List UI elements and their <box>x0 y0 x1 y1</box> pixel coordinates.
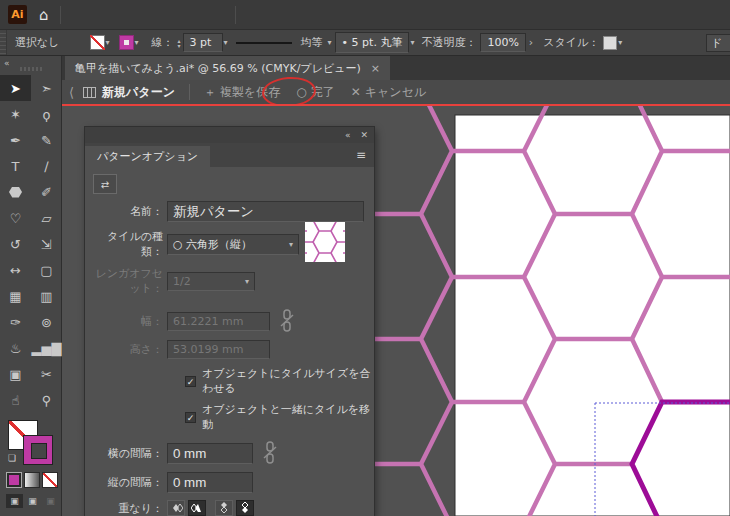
overlap-left-front-button[interactable] <box>167 500 185 516</box>
type-tool[interactable]: T <box>0 153 31 179</box>
exit-pattern-mode-icon[interactable]: ⟨ <box>69 85 74 100</box>
gradient-button[interactable] <box>24 472 40 488</box>
tile-type-row: タイルの種類： ○ 六角形（縦） ▾ <box>85 229 374 259</box>
magic-wand-tool[interactable]: ✶ <box>0 101 31 127</box>
chevron-down-icon[interactable]: ▾ <box>106 38 110 47</box>
opacity-value[interactable]: 100% <box>480 33 525 52</box>
style-swatch[interactable] <box>603 36 617 50</box>
artboard-tool[interactable]: ▣ <box>0 361 31 387</box>
draw-normal-button[interactable]: ▣ <box>6 494 23 508</box>
gradient-tool[interactable]: ▥ <box>31 283 62 309</box>
graph-tool[interactable]: ▂▅▇ <box>31 335 62 361</box>
eyedropper-tool[interactable]: ✑ <box>0 309 31 335</box>
overlap-top-front-button[interactable] <box>215 500 233 516</box>
pen-tool[interactable]: ✒ <box>0 127 31 153</box>
none-button[interactable] <box>42 472 58 488</box>
tab-pattern-options[interactable]: パターンオプション <box>85 146 210 167</box>
pattern-tile-tool-button[interactable]: ⇄ <box>93 174 117 194</box>
fill-stroke-indicator: ❏ <box>8 420 54 466</box>
app-icon[interactable]: Ai <box>8 5 27 24</box>
checkbox[interactable]: ✓ <box>185 376 196 387</box>
brush-definition[interactable]: • 5 pt. 丸筆 <box>335 32 410 53</box>
selection-status: 選択なし <box>15 35 60 50</box>
line-segment-tool[interactable]: ∕ <box>31 153 62 179</box>
slice-tool[interactable]: ✂ <box>31 361 62 387</box>
done-button[interactable]: ○ 完了 <box>296 84 334 101</box>
save-copy-button[interactable]: ＋ 複製を保存 <box>204 84 280 101</box>
fill-none-swatch[interactable] <box>90 35 105 50</box>
stroke-weight-value[interactable]: 3 pt <box>183 33 223 52</box>
paintbrush-tool[interactable]: ✐ <box>31 179 62 205</box>
draw-behind-button[interactable]: ▣ <box>24 494 41 508</box>
brick-offset-label: レンガオフセット： <box>85 266 163 296</box>
width-tool[interactable]: ↔ <box>0 257 31 283</box>
stroke-swatch[interactable] <box>119 35 134 50</box>
unlink-dimensions-icon[interactable] <box>280 309 294 333</box>
tool-icon: ▂▅▇ <box>32 341 62 356</box>
tile-type-select[interactable]: ○ 六角形（縦） ▾ <box>167 234 299 255</box>
eraser-tool[interactable]: ▱ <box>31 205 62 231</box>
tool-icon: ⊚ <box>41 315 52 330</box>
panel-menu-icon[interactable]: ≡ <box>356 148 366 162</box>
hand-tool[interactable]: ☝ <box>0 387 31 413</box>
opacity-expand-icon[interactable]: › <box>529 36 533 49</box>
free-transform-tool[interactable]: ▢ <box>31 257 62 283</box>
h-spacing-row: 横の間隔： <box>85 441 374 465</box>
tool-icon: ➣ <box>41 81 52 96</box>
chevron-down-icon[interactable]: ▾ <box>328 38 332 47</box>
chevron-down-icon[interactable]: ▾ <box>618 38 622 47</box>
tool-icon: ▥ <box>40 289 52 304</box>
panel-grip[interactable] <box>0 30 7 55</box>
h-spacing-input[interactable] <box>167 443 253 464</box>
fill-color-control[interactable]: ▾ <box>90 35 113 50</box>
draw-inside-button[interactable]: ▣ <box>42 494 59 508</box>
collapse-panel-icon[interactable]: « <box>345 130 351 140</box>
lasso-tool[interactable]: ϙ <box>31 101 62 127</box>
drawing-mode-buttons: ▣ ▣ ▣ <box>6 494 59 508</box>
blend-tool[interactable]: ⊚ <box>31 309 62 335</box>
tool-icon: ϙ <box>43 107 51 122</box>
document-setup-button[interactable]: ド <box>706 34 730 52</box>
chevron-down-icon[interactable]: ▾ <box>135 38 139 47</box>
document-tab[interactable]: 亀甲を描いてみよう.ai* @ 56.69 % (CMYK/プレビュー) × <box>65 56 390 80</box>
move-tile-checkbox-row[interactable]: ✓ オブジェクトと一緒にタイルを移動 <box>185 402 374 432</box>
pattern-name-input[interactable] <box>167 201 364 222</box>
tool-icon: ☝ <box>12 393 20 408</box>
rotate-tool[interactable]: ↺ <box>0 231 31 257</box>
checkbox[interactable]: ✓ <box>185 412 196 423</box>
toolbar-grip[interactable] <box>20 67 42 71</box>
collapse-toolbar-icon[interactable]: « <box>4 58 9 68</box>
symbol-sprayer-tool[interactable]: ♨ <box>0 335 31 361</box>
pattern-name: 新規パターン <box>102 84 175 101</box>
unlink-spacing-icon[interactable] <box>263 441 277 465</box>
fit-tile-checkbox-row[interactable]: ✓ オブジェクトにタイルサイズを合わせる <box>185 366 374 396</box>
stroke-color-control[interactable]: ▾ <box>119 35 142 50</box>
chevron-down-icon[interactable]: ▾ <box>224 38 228 47</box>
direct-selection-tool[interactable]: ➣ <box>31 75 62 101</box>
color-button[interactable] <box>6 472 22 488</box>
tool-icon: ⇲ <box>41 237 52 252</box>
scale-tool[interactable]: ⇲ <box>31 231 62 257</box>
mesh-tool[interactable]: ▦ <box>0 283 31 309</box>
document-tab-strip: 亀甲を描いてみよう.ai* @ 56.69 % (CMYK/プレビュー) × <box>62 56 730 80</box>
tool-icon: ✎ <box>41 133 52 148</box>
home-icon[interactable]: ⌂ <box>39 6 49 24</box>
stroke-indicator-magenta[interactable] <box>23 435 53 465</box>
cancel-button[interactable]: ✕ キャンセル <box>351 84 426 101</box>
selection-tool[interactable]: ➤ <box>0 75 31 101</box>
color-mode-buttons <box>6 472 58 488</box>
variable-width-value[interactable]: 均等 <box>301 35 323 50</box>
close-panel-icon[interactable]: ✕ <box>360 130 368 140</box>
shaper-tool[interactable]: ♡ <box>0 205 31 231</box>
close-tab-icon[interactable]: × <box>371 62 380 75</box>
overlap-bottom-front-button[interactable] <box>236 500 254 516</box>
chevron-down-icon: ▾ <box>245 277 249 286</box>
default-fill-stroke-icon[interactable]: ❏ <box>8 453 16 463</box>
curvature-tool[interactable]: ✎ <box>31 127 62 153</box>
v-spacing-input[interactable] <box>167 472 253 493</box>
stroke-weight-stepper[interactable]: ▴▾ <box>178 38 181 48</box>
zoom-tool[interactable]: ⚲ <box>31 387 62 413</box>
overlap-right-front-button[interactable] <box>188 500 206 516</box>
shape-tool[interactable] <box>0 179 31 205</box>
chevron-down-icon[interactable]: ▾ <box>410 38 414 47</box>
